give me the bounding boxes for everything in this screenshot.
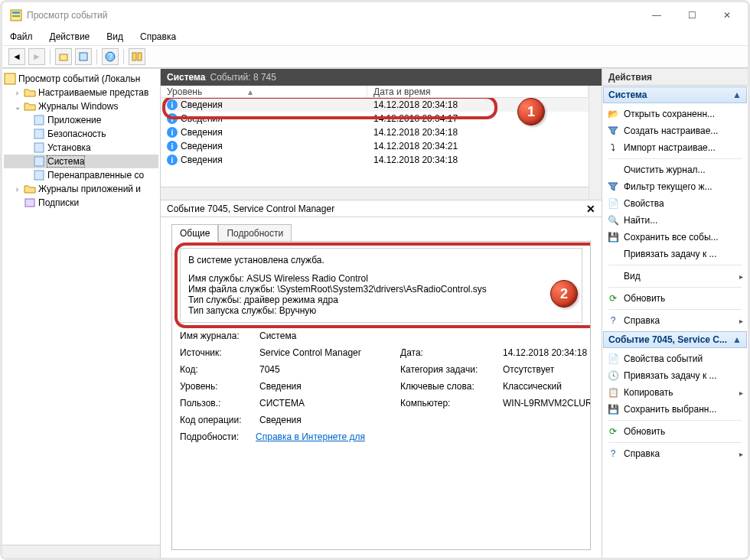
lbl-source: Источник:: [180, 347, 256, 358]
chevron-right-icon: ▸: [739, 389, 743, 397]
grid-title: Система: [167, 72, 206, 83]
menu-view[interactable]: Вид: [103, 30, 126, 44]
action-open-saved[interactable]: 📂Открыть сохраненн...: [604, 106, 746, 122]
tree-security[interactable]: Безопасность: [47, 129, 106, 139]
menu-action[interactable]: Действие: [47, 30, 93, 44]
action-save-selected[interactable]: 💾Сохранить выбранн...: [604, 401, 746, 418]
expand-icon[interactable]: ›: [13, 89, 21, 97]
folder-icon: [24, 183, 36, 195]
close-preview-button[interactable]: ✕: [586, 203, 595, 215]
svg-rect-2: [12, 15, 20, 17]
action-save-all[interactable]: 💾Сохранить все собы...: [604, 229, 746, 246]
open-icon: 📂: [607, 108, 619, 120]
info-icon: i: [167, 113, 178, 124]
action-view[interactable]: Вид▸: [604, 268, 746, 285]
detail-body: В системе установлена служба. Имя службы…: [171, 241, 591, 550]
info-icon: i: [167, 141, 178, 151]
actions-section-system[interactable]: Система▲: [603, 86, 747, 103]
action-clear-log[interactable]: Очистить журнал...: [604, 161, 746, 178]
val-level: Сведения: [259, 381, 397, 392]
help-icon: ?: [607, 314, 619, 327]
nav-tree[interactable]: Просмотр событий (Локальн › Настраиваемы…: [2, 69, 161, 558]
log-icon: [33, 128, 45, 140]
action-event-properties[interactable]: 📄Свойства событий: [604, 350, 746, 367]
help-online-link[interactable]: Справка в Интернете для: [256, 431, 365, 442]
action-copy[interactable]: 📋Копировать▸: [604, 384, 746, 401]
menu-file[interactable]: Файл: [7, 30, 36, 44]
nav-fwd-button[interactable]: ►: [28, 48, 45, 65]
event-row[interactable]: iСведения 14.12.2018 20:34:21: [161, 139, 589, 153]
tree-custom-views[interactable]: Настраиваемые представ: [38, 87, 148, 98]
up-button[interactable]: [55, 48, 72, 65]
eventviewer-icon: [10, 9, 22, 21]
action-create-custom[interactable]: Создать настраивае...: [604, 122, 746, 139]
refresh-icon: ⟳: [607, 425, 619, 438]
tree-subscriptions[interactable]: Подписки: [38, 197, 79, 208]
event-grid[interactable]: iСведения 14.12.2018 20:34:18 iСведения …: [161, 98, 589, 187]
svg-rect-12: [34, 143, 44, 152]
action-import-custom[interactable]: ⤵Импорт настраивае...: [604, 139, 746, 156]
action-help-2[interactable]: ?Справка▸: [604, 445, 746, 462]
action-find[interactable]: 🔍Найти...: [604, 212, 746, 229]
tree-windows-logs[interactable]: Журналы Windows: [38, 101, 118, 112]
tree-application[interactable]: Приложение: [47, 115, 101, 125]
svg-rect-4: [80, 53, 87, 60]
expand-icon[interactable]: ›: [13, 185, 21, 194]
log-icon: [33, 114, 45, 126]
tree-forwarded[interactable]: Перенаправленные со: [47, 170, 144, 181]
val-user: СИСТЕМА: [259, 398, 397, 409]
layout-button[interactable]: [129, 48, 145, 65]
tree-setup[interactable]: Установка: [47, 142, 91, 153]
action-event-attach-task[interactable]: 🕓Привязать задачу к ...: [604, 367, 746, 384]
event-row[interactable]: iСведения 14.12.2018 20:34:18: [161, 153, 589, 167]
subscriptions-icon: [24, 197, 36, 209]
actions-header: Действия: [602, 69, 748, 86]
nav-back-button[interactable]: ◄: [8, 48, 25, 65]
props-button[interactable]: [75, 48, 92, 65]
svg-rect-8: [138, 53, 142, 60]
column-headers[interactable]: Уровень▴ Дата и время: [161, 86, 589, 98]
tree-scrollbar[interactable]: [2, 545, 160, 558]
tree-app-logs[interactable]: Журналы приложений и: [38, 184, 141, 194]
svg-rect-7: [132, 53, 136, 60]
action-refresh[interactable]: ⟳Обновить: [604, 290, 746, 307]
minimize-button[interactable]: —: [639, 4, 674, 27]
actions-section-event[interactable]: Событие 7045, Service C...▲: [603, 331, 747, 348]
tree-system[interactable]: Система: [47, 156, 84, 167]
collapse-icon[interactable]: ⌄: [13, 103, 21, 111]
menu-help[interactable]: Справка: [137, 30, 179, 44]
event-row[interactable]: iСведения 14.12.2018 20:34:18: [161, 125, 589, 139]
action-attach-task[interactable]: Привязать задачу к ...: [604, 246, 746, 262]
log-icon: [33, 155, 45, 168]
svg-rect-15: [25, 199, 34, 207]
action-help[interactable]: ?Справка▸: [604, 312, 746, 329]
help-button[interactable]: ?: [102, 48, 119, 65]
tab-details[interactable]: Подробности: [218, 224, 292, 242]
col-date[interactable]: Дата и время: [367, 86, 589, 97]
maximize-button[interactable]: ☐: [674, 4, 709, 27]
info-icon: i: [167, 155, 178, 165]
grid-vscroll[interactable]: [589, 86, 602, 200]
save-icon: 💾: [607, 231, 619, 243]
val-logname: Система: [259, 330, 397, 341]
svg-rect-14: [34, 171, 44, 180]
grid-header: Система Событий: 8 745: [161, 69, 602, 86]
val-category: Отсутствует: [503, 364, 591, 375]
action-properties[interactable]: 📄Свойства: [604, 195, 746, 212]
grid-hscroll[interactable]: [161, 187, 589, 200]
clock-icon: 🕓: [607, 370, 619, 382]
detail-tabs: Общие Подробности: [161, 217, 602, 241]
folder-open-icon: [24, 100, 36, 112]
info-icon: i: [167, 127, 178, 138]
col-level[interactable]: Уровень▴: [161, 86, 367, 97]
lbl-user: Пользов.:: [180, 398, 256, 409]
action-refresh-2[interactable]: ⟳Обновить: [604, 423, 746, 440]
close-button[interactable]: ✕: [709, 4, 745, 27]
info-icon: i: [167, 99, 178, 110]
action-filter-current[interactable]: Фильтр текущего ж...: [604, 178, 746, 195]
tree-root[interactable]: Просмотр событий (Локальн: [18, 73, 140, 84]
actions-pane: Действия Система▲ 📂Открыть сохраненн... …: [602, 69, 748, 558]
tab-general[interactable]: Общие: [171, 224, 218, 242]
import-icon: ⤵: [607, 142, 619, 154]
lbl-category: Категория задачи:: [400, 364, 500, 375]
